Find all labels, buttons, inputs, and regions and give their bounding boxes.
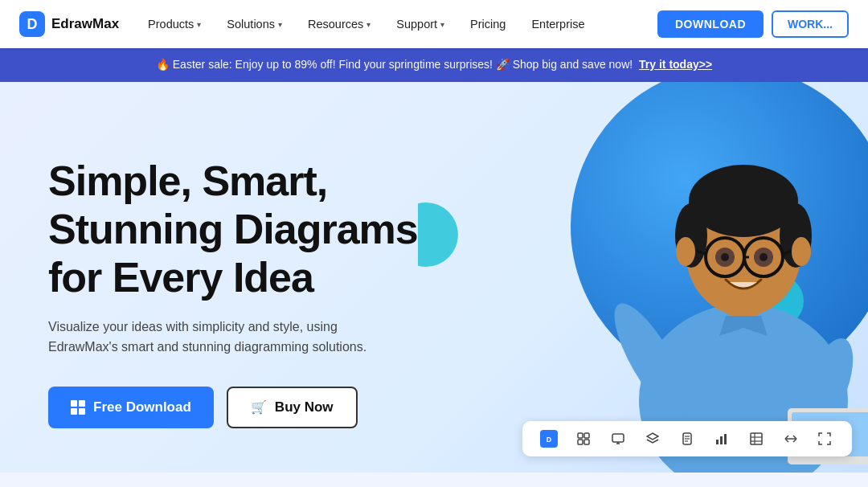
monitor-icon <box>612 432 624 445</box>
buy-now-button[interactable]: 🛒 Buy Now <box>227 387 358 428</box>
svg-point-13 <box>721 253 729 261</box>
fullscreen-icon <box>818 432 831 445</box>
hero-left: Simple, Smart, Stunning Diagrams for Eve… <box>48 158 466 428</box>
logo-icon: D <box>19 11 45 37</box>
nav-solutions-label: Solutions <box>227 18 275 31</box>
svg-rect-37 <box>751 433 762 444</box>
logo-link[interactable]: D EdrawMax <box>19 11 119 37</box>
free-download-button[interactable]: Free Download <box>48 387 214 428</box>
toolbar-icon-layers[interactable] <box>644 430 661 448</box>
svg-rect-27 <box>612 434 624 442</box>
resize-icon <box>784 432 797 445</box>
chevron-down-icon: ▾ <box>366 20 371 29</box>
download-button[interactable]: DOWNLOAD <box>657 10 764 38</box>
svg-rect-36 <box>724 434 727 444</box>
svg-point-19 <box>676 237 695 266</box>
nav-item-resources[interactable]: Resources ▾ <box>295 0 383 48</box>
svg-rect-25 <box>578 440 583 444</box>
nav-products-label: Products <box>148 18 194 31</box>
svg-text:D: D <box>547 436 552 444</box>
nav-item-solutions[interactable]: Solutions ▾ <box>214 0 295 48</box>
svg-rect-24 <box>584 433 589 438</box>
navbar: D EdrawMax Products ▾ Solutions ▾ Resour… <box>0 0 868 48</box>
toolbar-icon-edraw[interactable]: D <box>540 430 558 448</box>
chevron-down-icon: ▾ <box>440 20 444 29</box>
nav-item-products[interactable]: Products ▾ <box>135 0 214 48</box>
svg-point-14 <box>760 253 768 261</box>
logo-letter: D <box>27 16 38 33</box>
nav-links: Products ▾ Solutions ▾ Resources ▾ Suppo… <box>135 0 657 48</box>
nav-enterprise-label: Enterprise <box>531 18 584 31</box>
chevron-down-icon: ▾ <box>278 20 282 29</box>
svg-rect-26 <box>584 440 589 444</box>
chart-icon <box>715 432 728 445</box>
svg-rect-35 <box>720 436 723 444</box>
grid-icon <box>577 432 590 445</box>
person-illustration <box>595 111 868 473</box>
banner-link[interactable]: Try it today>> <box>639 58 712 71</box>
windows-icon <box>71 400 85 415</box>
toolbar-icon-fullscreen[interactable] <box>816 430 833 448</box>
toolbar-icon-table[interactable] <box>747 430 765 448</box>
hero-section: Simple, Smart, Stunning Diagrams for Eve… <box>0 82 868 473</box>
nav-right: DOWNLOAD WORK... <box>657 10 849 38</box>
chevron-down-icon: ▾ <box>197 20 201 29</box>
cart-icon: 🛒 <box>251 399 267 415</box>
promo-banner: 🔥 Easter sale: Enjoy up to 89% off! Find… <box>0 48 868 82</box>
buy-now-label: Buy Now <box>275 399 334 415</box>
hero-title: Simple, Smart, Stunning Diagrams for Eve… <box>48 158 466 301</box>
nav-pricing-label: Pricing <box>470 18 506 31</box>
toolbar-icon-chart[interactable] <box>713 430 731 448</box>
hero-illustration <box>418 82 868 473</box>
free-download-label: Free Download <box>93 399 191 415</box>
nav-support-label: Support <box>396 18 437 31</box>
toolbar-icon-grid[interactable] <box>575 430 592 448</box>
toolbar-icon-document[interactable] <box>678 430 696 448</box>
brand-name: EdrawMax <box>51 16 119 32</box>
banner-text: 🔥 Easter sale: Enjoy up to 89% off! Find… <box>156 58 633 71</box>
hero-buttons: Free Download 🛒 Buy Now <box>48 387 466 428</box>
nav-item-pricing[interactable]: Pricing <box>457 0 518 48</box>
edraw-icon: D <box>543 433 555 444</box>
layers-icon <box>646 432 659 445</box>
nav-item-support[interactable]: Support ▾ <box>383 0 457 48</box>
work-button[interactable]: WORK... <box>772 10 849 38</box>
table-icon <box>750 432 763 445</box>
svg-rect-34 <box>716 440 719 444</box>
document-icon <box>681 432 694 445</box>
svg-point-20 <box>792 237 811 266</box>
bottom-toolbar: D <box>522 421 852 456</box>
svg-rect-23 <box>578 433 583 438</box>
toolbar-icon-monitor[interactable] <box>609 430 627 448</box>
hero-subtitle: Visualize your ideas with simplicity and… <box>48 317 402 358</box>
nav-item-enterprise[interactable]: Enterprise <box>518 0 597 48</box>
toolbar-icon-resize[interactable] <box>782 430 800 448</box>
nav-resources-label: Resources <box>308 18 363 31</box>
